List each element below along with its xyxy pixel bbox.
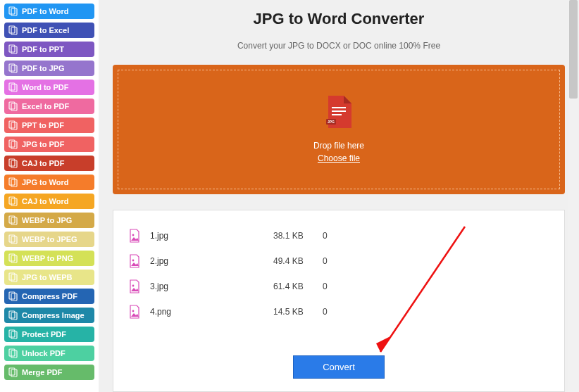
image-file-icon	[129, 229, 140, 243]
file-convert-icon	[8, 196, 18, 206]
svg-rect-40	[332, 107, 346, 108]
sidebar-item-label: JPG to Word	[22, 178, 68, 186]
sidebar-item-2[interactable]: PDF to PPT	[4, 42, 94, 57]
file-convert-icon	[8, 215, 18, 225]
sidebar-item-17[interactable]: Protect PDF	[4, 327, 94, 342]
sidebar-item-label: Compress PDF	[22, 292, 77, 301]
file-size: 14.5 KB	[273, 307, 323, 317]
sidebar-item-10[interactable]: CAJ to Word	[4, 194, 94, 209]
sidebar-item-label: JPG to PDF	[22, 140, 65, 148]
sidebar-item-label: PDF to Excel	[22, 26, 69, 34]
dropzone-inner: JPG Drop file here Choose file	[118, 70, 560, 189]
sidebar-item-4[interactable]: Word to PDF	[4, 80, 94, 95]
file-name: 4.png	[150, 307, 273, 317]
sidebar-item-12[interactable]: WEBP to JPEG	[4, 232, 94, 247]
file-convert-icon	[8, 44, 18, 54]
file-name: 3.jpg	[150, 282, 273, 291]
file-convert-icon	[8, 367, 18, 377]
file-row: 2.jpg49.4 KB0	[129, 248, 549, 274]
file-convert-icon	[8, 291, 18, 301]
file-pages: 0	[323, 282, 328, 291]
file-list: 1.jpg38.1 KB02.jpg49.4 KB03.jpg61.4 KB04…	[113, 210, 565, 392]
file-name: 1.jpg	[150, 231, 273, 241]
file-convert-icon	[8, 82, 18, 92]
sidebar-item-label: PDF to Word	[22, 7, 68, 15]
svg-point-47	[132, 285, 135, 287]
sidebar-item-label: JPG to WEPB	[22, 273, 73, 282]
svg-point-46	[132, 260, 135, 262]
svg-point-45	[132, 234, 135, 236]
sidebar-item-8[interactable]: CAJ to PDF	[4, 156, 94, 171]
file-convert-icon	[8, 272, 18, 282]
file-convert-icon	[8, 101, 18, 111]
svg-rect-42	[332, 114, 342, 115]
sidebar-item-label: CAJ to PDF	[22, 159, 65, 167]
file-convert-icon	[8, 139, 18, 149]
sidebar-item-0[interactable]: PDF to Word	[4, 4, 94, 19]
file-pages: 0	[323, 231, 328, 241]
sidebar-item-label: Unlock PDF	[22, 349, 66, 358]
sidebar-item-16[interactable]: Compress Image	[4, 308, 94, 323]
sidebar-item-19[interactable]: Merge PDF	[4, 365, 94, 380]
sidebar-item-18[interactable]: Unlock PDF	[4, 346, 94, 361]
file-row: 3.jpg61.4 KB0	[129, 274, 549, 299]
file-convert-icon	[8, 120, 18, 130]
sidebar-item-7[interactable]: JPG to PDF	[4, 137, 94, 152]
sidebar: PDF to WordPDF to ExcelPDF to PPTPDF to …	[0, 0, 99, 392]
dropzone[interactable]: JPG Drop file here Choose file	[113, 65, 565, 194]
sidebar-item-11[interactable]: WEBP to JPG	[4, 213, 94, 228]
jpg-file-icon: JPG	[326, 96, 351, 128]
sidebar-item-label: WEBP to PNG	[22, 254, 73, 263]
image-file-icon	[129, 305, 140, 319]
file-size: 38.1 KB	[273, 231, 323, 241]
sidebar-item-6[interactable]: PPT to PDF	[4, 118, 94, 133]
file-size: 61.4 KB	[273, 282, 323, 291]
file-convert-icon	[8, 310, 18, 320]
file-pages: 0	[323, 256, 328, 266]
scrollbar[interactable]	[568, 0, 579, 392]
file-convert-icon	[8, 234, 18, 244]
sidebar-item-3[interactable]: PDF to JPG	[4, 61, 94, 76]
main-content: JPG to Word Converter Convert your JPG t…	[99, 0, 579, 392]
sidebar-item-label: WEBP to JPG	[22, 216, 72, 225]
choose-file-link[interactable]: Choose file	[318, 153, 360, 163]
sidebar-item-label: Excel to PDF	[22, 102, 69, 110]
file-convert-icon	[8, 63, 18, 73]
sidebar-item-label: Word to PDF	[22, 83, 68, 91]
file-convert-icon	[8, 177, 18, 187]
sidebar-item-9[interactable]: JPG to Word	[4, 175, 94, 190]
sidebar-item-14[interactable]: JPG to WEPB	[4, 270, 94, 285]
image-file-icon	[129, 254, 140, 268]
sidebar-item-15[interactable]: Compress PDF	[4, 289, 94, 304]
file-convert-icon	[8, 6, 18, 16]
file-convert-icon	[8, 329, 18, 339]
sidebar-item-label: PDF to PPT	[22, 45, 64, 53]
file-size: 49.4 KB	[273, 256, 323, 266]
image-file-icon	[129, 279, 140, 293]
sidebar-item-label: Protect PDF	[22, 330, 66, 339]
sidebar-item-label: CAJ to Word	[22, 197, 68, 206]
file-pages: 0	[323, 307, 328, 317]
file-convert-icon	[8, 253, 18, 263]
file-name: 2.jpg	[150, 256, 273, 266]
sidebar-item-1[interactable]: PDF to Excel	[4, 23, 94, 38]
sidebar-item-label: PDF to JPG	[22, 64, 65, 72]
file-convert-icon	[8, 348, 18, 358]
drop-text: Drop file here	[313, 141, 364, 151]
file-convert-icon	[8, 158, 18, 168]
file-row: 1.jpg38.1 KB0	[129, 223, 549, 248]
file-convert-icon	[8, 25, 18, 35]
sidebar-item-label: PPT to PDF	[22, 121, 64, 129]
sidebar-item-13[interactable]: WEBP to PNG	[4, 251, 94, 266]
sidebar-item-label: WEBP to JPEG	[22, 235, 77, 244]
file-row: 4.png14.5 KB0	[129, 299, 549, 324]
sidebar-item-5[interactable]: Excel to PDF	[4, 99, 94, 114]
svg-point-48	[132, 310, 135, 312]
sidebar-item-label: Merge PDF	[22, 368, 62, 377]
svg-rect-41	[332, 110, 346, 112]
page-title: JPG to Word Converter	[113, 10, 565, 28]
scrollbar-thumb[interactable]	[569, 0, 578, 99]
convert-button[interactable]: Convert	[293, 355, 385, 379]
sidebar-item-label: Compress Image	[22, 311, 85, 320]
svg-text:JPG: JPG	[328, 120, 335, 124]
